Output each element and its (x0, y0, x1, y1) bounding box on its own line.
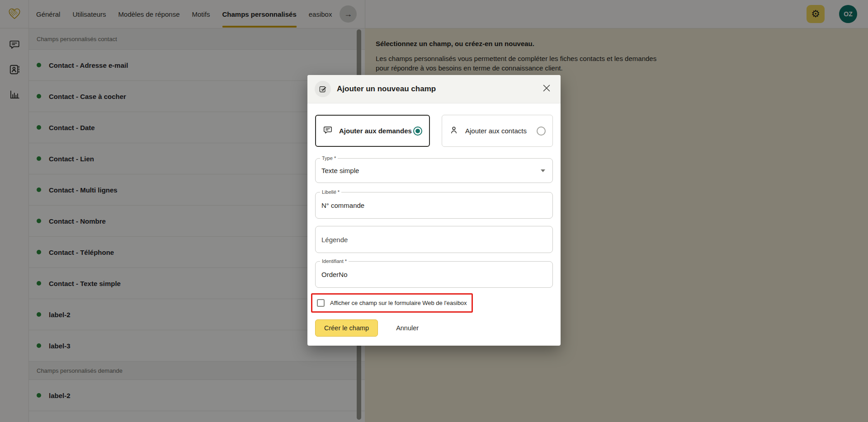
close-icon (542, 84, 551, 94)
option-add-to-requests[interactable]: Ajouter aux demandes (315, 115, 430, 147)
chevron-down-icon (541, 169, 545, 172)
type-select[interactable]: Type * Texte simple (315, 158, 553, 183)
easibox-checkbox[interactable] (317, 299, 325, 307)
option-add-to-contacts[interactable]: Ajouter aux contacts (442, 115, 553, 147)
modal-title: Ajouter un nouveau champ (337, 84, 436, 94)
radio-selected-icon[interactable] (413, 127, 422, 136)
modal-header: Ajouter un nouveau champ (307, 75, 561, 103)
type-select-value: Texte simple (321, 167, 359, 174)
legende-input[interactable]: Légende (315, 226, 553, 253)
identifiant-input-value: OrderNo (321, 271, 348, 278)
edit-field-icon (315, 81, 331, 97)
identifiant-input[interactable]: Identifiant * OrderNo (315, 261, 553, 288)
target-option-cards: Ajouter aux demandes Ajouter aux contact… (315, 115, 553, 147)
app-screen: Général Utilisateurs Modèles de réponse … (0, 0, 868, 422)
libelle-input-value: N° commande (321, 202, 364, 209)
legende-input-placeholder: Légende (321, 236, 348, 244)
add-field-modal: Ajouter un nouveau champ Ajouter aux dem… (307, 75, 561, 346)
chat-bubble-icon (323, 125, 333, 137)
create-field-button[interactable]: Créer le champ (315, 319, 378, 337)
close-modal-button[interactable] (542, 84, 552, 94)
modal-body: Ajouter aux demandes Ajouter aux contact… (307, 103, 561, 337)
identifiant-input-label: Identifiant * (320, 258, 349, 264)
cancel-button[interactable]: Annuler (396, 324, 419, 332)
easibox-checkbox-label: Afficher ce champ sur le formulaire Web … (330, 300, 467, 306)
option-label: Ajouter aux demandes (339, 127, 412, 135)
modal-actions: Créer le champ Annuler (315, 319, 553, 337)
libelle-input[interactable]: Libellé * N° commande (315, 192, 553, 219)
radio-unselected-icon[interactable] (537, 127, 546, 136)
libelle-input-label: Libellé * (320, 189, 341, 195)
option-label: Ajouter aux contacts (465, 127, 527, 135)
type-select-label: Type * (320, 155, 338, 161)
person-icon (449, 125, 459, 137)
easibox-checkbox-highlight: Afficher ce champ sur le formulaire Web … (311, 293, 473, 313)
